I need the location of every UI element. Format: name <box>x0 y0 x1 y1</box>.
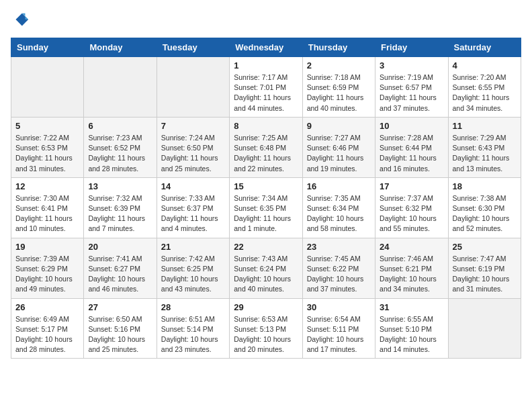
day-info: Sunrise: 6:53 AM Sunset: 5:13 PM Dayligh… <box>234 314 298 355</box>
day-cell: 10Sunrise: 7:28 AM Sunset: 6:44 PM Dayli… <box>375 117 448 177</box>
day-number: 10 <box>380 121 443 131</box>
day-cell: 11Sunrise: 7:29 AM Sunset: 6:43 PM Dayli… <box>448 117 521 177</box>
day-cell: 21Sunrise: 7:42 AM Sunset: 6:25 PM Dayli… <box>157 238 229 298</box>
day-number: 30 <box>307 302 371 312</box>
day-cell <box>157 57 229 118</box>
day-cell: 20Sunrise: 7:41 AM Sunset: 6:27 PM Dayli… <box>84 238 157 298</box>
day-cell: 16Sunrise: 7:35 AM Sunset: 6:34 PM Dayli… <box>302 177 375 238</box>
day-info: Sunrise: 7:35 AM Sunset: 6:34 PM Dayligh… <box>307 193 371 234</box>
day-info: Sunrise: 7:34 AM Sunset: 6:35 PM Dayligh… <box>234 193 298 234</box>
day-info: Sunrise: 7:38 AM Sunset: 6:30 PM Dayligh… <box>453 193 517 234</box>
day-number: 12 <box>15 181 79 191</box>
day-cell: 5Sunrise: 7:22 AM Sunset: 6:53 PM Daylig… <box>11 117 84 177</box>
day-info: Sunrise: 7:17 AM Sunset: 7:01 PM Dayligh… <box>234 73 298 113</box>
day-info: Sunrise: 6:49 AM Sunset: 5:17 PM Dayligh… <box>15 314 79 355</box>
day-number: 9 <box>307 121 371 131</box>
day-cell: 31Sunrise: 6:55 AM Sunset: 5:10 PM Dayli… <box>375 298 448 359</box>
day-info: Sunrise: 7:37 AM Sunset: 6:32 PM Dayligh… <box>380 193 443 234</box>
day-number: 16 <box>307 181 371 191</box>
weekday-friday: Friday <box>375 38 448 57</box>
day-number: 19 <box>15 242 79 252</box>
day-cell: 8Sunrise: 7:25 AM Sunset: 6:48 PM Daylig… <box>230 117 302 177</box>
logo <box>11 11 32 30</box>
day-info: Sunrise: 7:18 AM Sunset: 6:59 PM Dayligh… <box>307 73 371 113</box>
day-number: 18 <box>453 181 517 191</box>
day-number: 27 <box>88 302 152 312</box>
day-cell: 13Sunrise: 7:32 AM Sunset: 6:39 PM Dayli… <box>84 177 157 238</box>
day-cell <box>11 57 84 118</box>
day-info: Sunrise: 7:25 AM Sunset: 6:48 PM Dayligh… <box>234 133 298 174</box>
day-info: Sunrise: 7:23 AM Sunset: 6:52 PM Dayligh… <box>88 133 152 174</box>
day-info: Sunrise: 6:51 AM Sunset: 5:14 PM Dayligh… <box>161 314 225 355</box>
day-info: Sunrise: 7:22 AM Sunset: 6:53 PM Dayligh… <box>15 133 79 174</box>
weekday-thursday: Thursday <box>302 38 375 57</box>
day-cell: 4Sunrise: 7:20 AM Sunset: 6:55 PM Daylig… <box>448 57 521 118</box>
day-number: 28 <box>161 302 225 312</box>
week-row-3: 19Sunrise: 7:39 AM Sunset: 6:29 PM Dayli… <box>11 238 521 298</box>
day-number: 15 <box>234 181 298 191</box>
day-number: 2 <box>307 60 371 71</box>
week-row-2: 12Sunrise: 7:30 AM Sunset: 6:41 PM Dayli… <box>11 177 521 238</box>
day-info: Sunrise: 7:28 AM Sunset: 6:44 PM Dayligh… <box>380 133 443 174</box>
calendar-body: 1Sunrise: 7:17 AM Sunset: 7:01 PM Daylig… <box>11 57 521 359</box>
day-cell: 22Sunrise: 7:43 AM Sunset: 6:24 PM Dayli… <box>230 238 302 298</box>
day-cell: 14Sunrise: 7:33 AM Sunset: 6:37 PM Dayli… <box>157 177 229 238</box>
day-cell: 19Sunrise: 7:39 AM Sunset: 6:29 PM Dayli… <box>11 238 84 298</box>
day-cell: 27Sunrise: 6:50 AM Sunset: 5:16 PM Dayli… <box>84 298 157 359</box>
day-cell: 2Sunrise: 7:18 AM Sunset: 6:59 PM Daylig… <box>302 57 375 118</box>
day-number: 17 <box>380 181 443 191</box>
day-cell: 29Sunrise: 6:53 AM Sunset: 5:13 PM Dayli… <box>230 298 302 359</box>
day-number: 29 <box>234 302 298 312</box>
day-cell <box>84 57 157 118</box>
day-cell: 30Sunrise: 6:54 AM Sunset: 5:11 PM Dayli… <box>302 298 375 359</box>
day-number: 14 <box>161 181 225 191</box>
day-info: Sunrise: 7:30 AM Sunset: 6:41 PM Dayligh… <box>15 193 79 234</box>
weekday-tuesday: Tuesday <box>157 38 229 57</box>
day-cell: 24Sunrise: 7:46 AM Sunset: 6:21 PM Dayli… <box>375 238 448 298</box>
svg-marker-0 <box>15 13 28 26</box>
day-cell <box>448 298 521 359</box>
weekday-header: SundayMondayTuesdayWednesdayThursdayFrid… <box>11 38 521 57</box>
day-info: Sunrise: 6:50 AM Sunset: 5:16 PM Dayligh… <box>88 314 152 355</box>
day-number: 23 <box>307 242 371 252</box>
day-info: Sunrise: 7:46 AM Sunset: 6:21 PM Dayligh… <box>380 254 443 295</box>
day-number: 6 <box>88 121 152 131</box>
day-info: Sunrise: 7:42 AM Sunset: 6:25 PM Dayligh… <box>161 254 225 295</box>
day-cell: 6Sunrise: 7:23 AM Sunset: 6:52 PM Daylig… <box>84 117 157 177</box>
week-row-1: 5Sunrise: 7:22 AM Sunset: 6:53 PM Daylig… <box>11 117 521 177</box>
calendar: SundayMondayTuesdayWednesdayThursdayFrid… <box>11 38 521 359</box>
day-number: 3 <box>380 60 443 71</box>
day-number: 31 <box>380 302 443 312</box>
day-number: 11 <box>453 121 517 131</box>
day-info: Sunrise: 6:54 AM Sunset: 5:11 PM Dayligh… <box>307 314 371 355</box>
day-info: Sunrise: 7:19 AM Sunset: 6:57 PM Dayligh… <box>380 73 443 113</box>
day-info: Sunrise: 7:33 AM Sunset: 6:37 PM Dayligh… <box>161 193 225 234</box>
day-info: Sunrise: 7:20 AM Sunset: 6:55 PM Dayligh… <box>453 73 517 113</box>
day-info: Sunrise: 7:32 AM Sunset: 6:39 PM Dayligh… <box>88 193 152 234</box>
day-info: Sunrise: 7:43 AM Sunset: 6:24 PM Dayligh… <box>234 254 298 295</box>
day-number: 25 <box>453 242 517 252</box>
day-number: 8 <box>234 121 298 131</box>
week-row-0: 1Sunrise: 7:17 AM Sunset: 7:01 PM Daylig… <box>11 57 521 118</box>
day-info: Sunrise: 7:24 AM Sunset: 6:50 PM Dayligh… <box>161 133 225 174</box>
day-info: Sunrise: 7:29 AM Sunset: 6:43 PM Dayligh… <box>453 133 517 174</box>
logo-icon <box>11 11 30 30</box>
day-cell: 26Sunrise: 6:49 AM Sunset: 5:17 PM Dayli… <box>11 298 84 359</box>
day-number: 24 <box>380 242 443 252</box>
day-cell: 1Sunrise: 7:17 AM Sunset: 7:01 PM Daylig… <box>230 57 302 118</box>
weekday-saturday: Saturday <box>448 38 521 57</box>
day-number: 13 <box>88 181 152 191</box>
day-cell: 15Sunrise: 7:34 AM Sunset: 6:35 PM Dayli… <box>230 177 302 238</box>
day-info: Sunrise: 7:39 AM Sunset: 6:29 PM Dayligh… <box>15 254 79 295</box>
day-cell: 17Sunrise: 7:37 AM Sunset: 6:32 PM Dayli… <box>375 177 448 238</box>
day-number: 20 <box>88 242 152 252</box>
day-cell: 12Sunrise: 7:30 AM Sunset: 6:41 PM Dayli… <box>11 177 84 238</box>
day-number: 26 <box>15 302 79 312</box>
day-cell: 18Sunrise: 7:38 AM Sunset: 6:30 PM Dayli… <box>448 177 521 238</box>
day-cell: 7Sunrise: 7:24 AM Sunset: 6:50 PM Daylig… <box>157 117 229 177</box>
day-cell: 28Sunrise: 6:51 AM Sunset: 5:14 PM Dayli… <box>157 298 229 359</box>
weekday-monday: Monday <box>84 38 157 57</box>
week-row-4: 26Sunrise: 6:49 AM Sunset: 5:17 PM Dayli… <box>11 298 521 359</box>
day-number: 4 <box>453 60 517 71</box>
page-header <box>11 11 521 30</box>
